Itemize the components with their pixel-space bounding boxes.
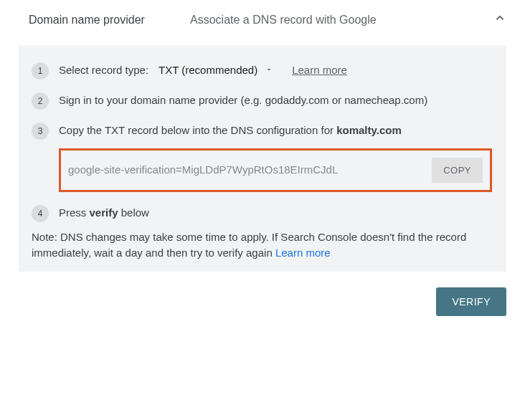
step-1: 1 Select record type: TXT (recommended) … <box>32 62 492 80</box>
learn-more-link-1[interactable]: Learn more <box>292 62 347 78</box>
learn-more-link-2[interactable]: Learn more <box>275 247 331 259</box>
step-3-badge: 3 <box>32 123 49 140</box>
instructions-box: 1 Select record type: TXT (recommended) … <box>19 45 506 272</box>
step-3-text: Copy the TXT record below into the DNS c… <box>59 123 492 138</box>
step-4-text: Press verify below <box>59 205 492 221</box>
step-4-suffix: below <box>118 206 149 219</box>
step-1-body: Select record type: TXT (recommended) Le… <box>59 62 492 78</box>
caret-down-icon[interactable] <box>265 62 273 78</box>
footer: VERIFY <box>0 272 525 316</box>
chevron-up-icon[interactable] <box>493 11 506 28</box>
step-1-badge: 1 <box>32 62 49 80</box>
step-3-domain: komalty.com <box>336 124 402 136</box>
verify-button[interactable]: VERIFY <box>436 287 506 316</box>
step-4-bold: verify <box>90 206 118 219</box>
step-2-badge: 2 <box>32 92 49 110</box>
step-4: 4 Press verify below <box>32 205 492 222</box>
step-3: 3 Copy the TXT record below into the DNS… <box>32 123 492 192</box>
dns-verification-panel: Domain name provider Associate a DNS rec… <box>0 0 525 420</box>
step-4-badge: 4 <box>32 205 49 222</box>
record-type-select-value[interactable]: TXT (recommended) <box>159 62 257 78</box>
header-title: Domain name provider <box>29 14 190 27</box>
txt-record-box: google-site-verification=MigLDdP7WypRtOs… <box>59 148 492 192</box>
txt-record-value[interactable]: google-site-verification=MigLDdP7WypRtOs… <box>68 162 425 178</box>
step-2-text: Sign in to your domain name provider (e.… <box>59 92 492 108</box>
header-subtitle: Associate a DNS record with Google <box>190 14 493 27</box>
copy-button[interactable]: COPY <box>432 158 483 183</box>
note: Note: DNS changes may take some time to … <box>32 229 492 262</box>
step-4-prefix: Press <box>59 206 90 219</box>
step-3-body: Copy the TXT record below into the DNS c… <box>59 123 492 192</box>
step-1-label: Select record type: <box>59 62 148 78</box>
step-3-prefix: Copy the TXT record below into the DNS c… <box>59 124 336 136</box>
panel-header: Domain name provider Associate a DNS rec… <box>0 0 525 45</box>
note-text: Note: DNS changes may take some time to … <box>32 231 466 259</box>
step-2: 2 Sign in to your domain name provider (… <box>32 92 492 110</box>
